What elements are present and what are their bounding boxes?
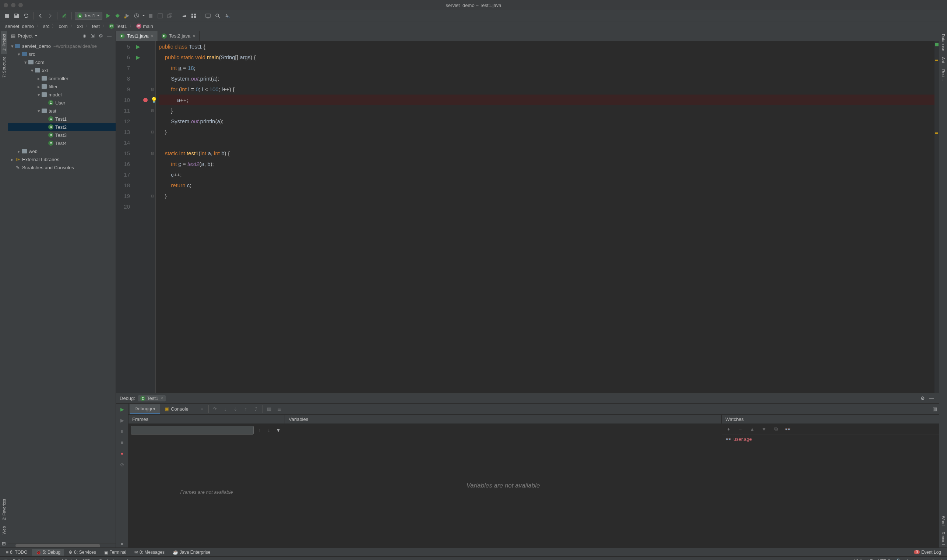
add-watch-icon[interactable]: + — [725, 425, 733, 433]
breadcrumb-item[interactable]: test — [91, 23, 101, 29]
open-icon[interactable] — [3, 12, 11, 20]
layout-icon[interactable]: ▥ — [931, 405, 939, 413]
close-icon[interactable]: × — [160, 395, 163, 401]
favorites-tool-tab[interactable]: 2: Favorites — [1, 496, 7, 523]
tree-item[interactable]: ✎Scratches and Consoles — [8, 163, 116, 171]
step-over-icon[interactable]: ↷ — [211, 405, 219, 413]
drop-frame-icon[interactable]: ⤴ — [252, 405, 260, 413]
structure-tool-tab[interactable]: 7: Structure — [1, 54, 7, 81]
run-gutter[interactable]: ▶▶ — [134, 41, 142, 393]
build-icon[interactable] — [60, 12, 68, 20]
minimize-window-button[interactable] — [11, 3, 15, 8]
profile-icon[interactable] — [133, 12, 140, 20]
tree-root[interactable]: ▾ servlet_demo ~/workspace/idea/se — [8, 42, 116, 50]
error-stripe[interactable] — [935, 41, 939, 393]
settings-icon[interactable] — [190, 12, 198, 20]
thread-selector[interactable] — [131, 426, 254, 435]
intention-bulb-icon[interactable]: 💡 — [151, 95, 157, 105]
step-into-icon[interactable]: ↓ — [221, 405, 229, 413]
chevron-down-icon[interactable] — [35, 35, 37, 37]
tree-item[interactable]: ▾src — [8, 50, 116, 58]
web-tool-tab[interactable]: Web — [1, 523, 7, 537]
hide-icon[interactable]: — — [929, 395, 935, 402]
line-ending[interactable]: LF — [867, 558, 873, 560]
code-editor[interactable]: 567891011121314151617181920 ▶▶ ⊟⊟⊟⊟⊟ pub… — [116, 41, 939, 393]
debugger-tab[interactable]: Debugger — [130, 405, 160, 414]
collapse-icon[interactable]: ⇲ — [91, 33, 96, 39]
encoding[interactable]: UTF-8 — [878, 558, 890, 560]
more-icon[interactable]: » — [118, 539, 126, 548]
tree-item[interactable]: ▾com — [8, 58, 116, 66]
editor-tab[interactable]: Test2.java × — [158, 31, 200, 41]
todo-tab[interactable]: ≡6: TODO — [2, 549, 31, 555]
code-content[interactable]: public class Test1 { public static void … — [156, 41, 935, 393]
sync-icon[interactable] — [22, 12, 30, 20]
tool-window-icon[interactable]: ⊞ — [0, 539, 8, 548]
tree-item[interactable]: ▸⊪External Libraries — [8, 155, 116, 163]
tree-item[interactable]: ▸controller — [8, 74, 116, 82]
glasses-icon[interactable]: 👓 — [784, 425, 792, 433]
warning-mark[interactable] — [935, 132, 938, 134]
tree-item[interactable]: ▾model — [8, 91, 116, 98]
stop-icon[interactable] — [147, 12, 155, 20]
warning-mark[interactable] — [935, 60, 938, 61]
pause-button[interactable]: ⏸ — [118, 427, 126, 435]
prev-frame-icon[interactable]: ↑ — [255, 426, 263, 434]
messages-tab[interactable]: ✉0: Messages — [131, 549, 168, 555]
forward-icon[interactable] — [46, 12, 54, 20]
duplicate-icon[interactable]: ⧉ — [772, 425, 780, 433]
search-everywhere-icon[interactable]: AA — [223, 12, 231, 20]
update-app-icon[interactable] — [156, 12, 164, 20]
tree-item[interactable]: ▾xxl — [8, 66, 116, 74]
locate-icon[interactable]: ⊕ — [82, 33, 88, 39]
rerun-button[interactable]: ▶ — [118, 405, 126, 413]
step-out-icon[interactable]: ↑ — [242, 405, 250, 413]
caret-pos[interactable]: 10:1 — [854, 558, 862, 560]
search-icon[interactable] — [214, 12, 222, 20]
gear-icon[interactable]: ⚙ — [921, 395, 926, 402]
mem-icon[interactable]: ⚠ — [939, 558, 943, 560]
database-tool-tab[interactable]: Database — [940, 31, 946, 54]
breakpoint-icon[interactable] — [143, 98, 148, 102]
view-breakpoints-button[interactable]: ● — [118, 449, 126, 457]
terminal-tab[interactable]: ▣Terminal — [100, 549, 130, 555]
resume-button[interactable]: ▶ — [118, 416, 126, 424]
ide-icon[interactable] — [204, 12, 212, 20]
zoom-window-button[interactable] — [19, 3, 23, 8]
show-exec-icon[interactable]: ≡ — [198, 405, 206, 413]
breakpoint-gutter[interactable] — [142, 41, 149, 393]
project-tree[interactable]: ▾ servlet_demo ~/workspace/idea/se ▾src▾… — [8, 41, 116, 543]
project-structure-icon[interactable] — [180, 12, 188, 20]
tree-item[interactable]: ▸web — [8, 147, 116, 155]
readonly-icon[interactable]: 🔓 — [895, 558, 901, 560]
run-icon[interactable] — [104, 12, 112, 20]
fold-gutter[interactable]: ⊟⊟⊟⊟⊟ — [149, 41, 156, 393]
project-tool-tab[interactable]: 1: Project — [1, 31, 7, 54]
project-hscroll[interactable] — [8, 543, 116, 548]
eval-icon[interactable]: ▦ — [265, 405, 273, 413]
rest-tool-tab[interactable]: Rest... — [940, 66, 946, 84]
run-line-icon[interactable]: ▶ — [136, 41, 140, 52]
close-tab-icon[interactable]: × — [151, 33, 154, 39]
breadcrumb-item[interactable]: src — [42, 23, 51, 29]
indent-status[interactable]: 4 spaces — [906, 558, 924, 560]
move-down-icon[interactable]: ▼ — [760, 425, 768, 433]
close-tab-icon[interactable]: × — [193, 33, 196, 39]
move-up-icon[interactable]: ▲ — [748, 425, 756, 433]
breadcrumb-item[interactable]: com — [57, 23, 69, 29]
coverage-icon[interactable] — [123, 12, 131, 20]
mute-breakpoints-button[interactable]: ⊘ — [118, 460, 126, 468]
back-icon[interactable] — [37, 12, 45, 20]
console-tab[interactable]: ▣ Console — [160, 405, 193, 413]
tree-item[interactable]: ▸filter — [8, 82, 116, 91]
trace-icon[interactable]: ≣ — [275, 405, 284, 413]
tree-item[interactable]: Test2 — [8, 123, 116, 131]
ant-tool-tab[interactable]: Ant — [940, 54, 946, 66]
chevron-down-icon[interactable] — [142, 14, 145, 17]
debug-config[interactable]: Test1 × — [138, 395, 166, 402]
record-tool-tab[interactable]: Record — [940, 529, 946, 548]
save-icon[interactable] — [12, 12, 21, 20]
git-icon[interactable]: ⎇ — [929, 558, 934, 560]
services-tab[interactable]: ⚙8: Services — [65, 549, 99, 555]
force-step-into-icon[interactable]: ⇓ — [231, 405, 240, 413]
